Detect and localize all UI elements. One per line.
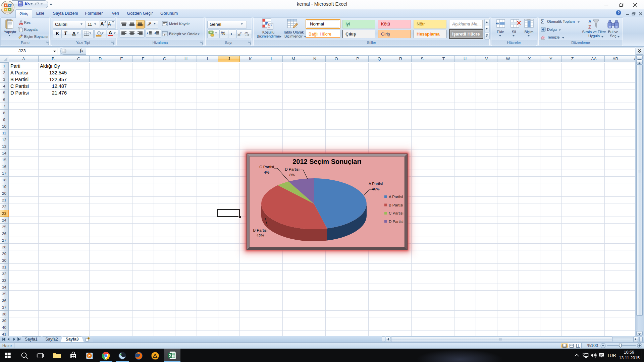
svg-text:8%: 8% <box>289 173 295 177</box>
svg-text:A Partisi: A Partisi <box>369 182 383 186</box>
svg-text:C Partisi: C Partisi <box>259 165 274 169</box>
svg-text:2012 Seçim Sonuçları: 2012 Seçim Sonuçları <box>292 158 362 165</box>
svg-text:C Partisi: C Partisi <box>389 211 403 215</box>
svg-text:?: ? <box>618 11 620 15</box>
svg-text:A Partisi: A Partisi <box>389 195 403 199</box>
svg-text:Z: Z <box>588 24 591 29</box>
svg-text:,00: ,00 <box>245 32 248 34</box>
svg-text:B Partisi: B Partisi <box>253 228 268 232</box>
svg-text:B Partisi: B Partisi <box>389 203 403 207</box>
svg-text:,00: ,00 <box>237 34 240 36</box>
svg-text:42%: 42% <box>256 234 264 238</box>
svg-text:→,0: →,0 <box>245 34 249 36</box>
svg-text:46%: 46% <box>372 187 379 191</box>
svg-text:a: a <box>164 33 165 36</box>
svg-text:←,0: ←,0 <box>237 32 241 34</box>
svg-text:D Partisi: D Partisi <box>389 220 403 224</box>
svg-text:4%: 4% <box>264 170 270 174</box>
svg-text:D Partisi: D Partisi <box>285 167 299 171</box>
svg-text:A: A <box>588 19 592 24</box>
